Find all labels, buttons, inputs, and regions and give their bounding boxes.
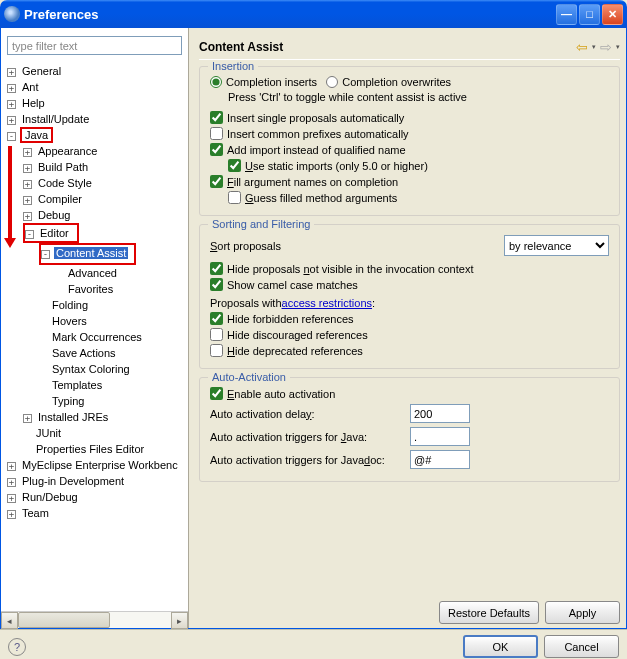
tree-item-compiler[interactable]: Compiler bbox=[36, 193, 84, 205]
back-menu-icon[interactable]: ▾ bbox=[592, 43, 596, 51]
expand-icon[interactable]: + bbox=[23, 164, 32, 173]
group-legend: Auto-Activation bbox=[208, 371, 290, 383]
tree-item-markocc[interactable]: Mark Occurrences bbox=[50, 331, 144, 343]
tree-item-templates[interactable]: Templates bbox=[50, 379, 104, 391]
scroll-left-icon[interactable]: ◂ bbox=[1, 612, 18, 629]
tree-item-propfiles[interactable]: Properties Files Editor bbox=[34, 443, 146, 455]
add-import-checkbox[interactable] bbox=[210, 143, 223, 156]
hide-forbidden-checkbox[interactable] bbox=[210, 312, 223, 325]
tree-item-typing[interactable]: Typing bbox=[50, 395, 86, 407]
expand-icon[interactable]: + bbox=[7, 478, 16, 487]
proposals-text: Proposals with bbox=[210, 297, 282, 309]
group-legend: Sorting and Filtering bbox=[208, 218, 314, 230]
completion-overwrites-radio[interactable] bbox=[326, 76, 338, 88]
expand-icon[interactable]: + bbox=[7, 84, 16, 93]
delay-input[interactable] bbox=[410, 404, 470, 423]
tree-item-help[interactable]: Help bbox=[20, 97, 47, 109]
collapse-icon[interactable]: - bbox=[41, 250, 50, 259]
tree-item-team[interactable]: Team bbox=[20, 507, 51, 519]
hide-invocation-checkbox[interactable] bbox=[210, 262, 223, 275]
close-button[interactable]: ✕ bbox=[602, 4, 623, 25]
forward-menu-icon[interactable]: ▾ bbox=[616, 43, 620, 51]
hide-discouraged-checkbox[interactable] bbox=[210, 328, 223, 341]
expand-icon[interactable]: + bbox=[7, 494, 16, 503]
checkbox-label: Add import instead of qualified name bbox=[227, 144, 406, 156]
tree-item-ant[interactable]: Ant bbox=[20, 81, 41, 93]
preferences-tree[interactable]: +General +Ant +Help +Install/Update -Jav… bbox=[1, 61, 188, 611]
tree-item-java[interactable]: Java bbox=[23, 129, 50, 141]
horizontal-scrollbar[interactable]: ◂ ▸ bbox=[1, 611, 188, 628]
restore-defaults-button[interactable]: Restore Defaults bbox=[439, 601, 539, 624]
maximize-button[interactable]: □ bbox=[579, 4, 600, 25]
tree-item-appearance[interactable]: Appearance bbox=[36, 145, 99, 157]
back-icon[interactable]: ⇦ bbox=[574, 39, 590, 55]
insert-single-checkbox[interactable] bbox=[210, 111, 223, 124]
fill-args-checkbox[interactable] bbox=[210, 175, 223, 188]
footer: ? OK Cancel bbox=[0, 629, 627, 659]
tree-item-plugin[interactable]: Plug-in Development bbox=[20, 475, 126, 487]
collapse-icon[interactable]: - bbox=[25, 230, 34, 239]
camel-case-checkbox[interactable] bbox=[210, 278, 223, 291]
expand-icon[interactable]: + bbox=[23, 196, 32, 205]
apply-button[interactable]: Apply bbox=[545, 601, 620, 624]
tree-item-folding[interactable]: Folding bbox=[50, 299, 90, 311]
java-triggers-label: Auto activation triggers for Java: bbox=[210, 431, 410, 443]
tree-item-contentassist[interactable]: Content Assist bbox=[54, 247, 128, 259]
tree-item-advanced[interactable]: Advanced bbox=[66, 267, 119, 279]
tree-item-hovers[interactable]: Hovers bbox=[50, 315, 89, 327]
checkbox-label: Hide deprecated references bbox=[227, 345, 363, 357]
checkbox-label: Insert common prefixes automatically bbox=[227, 128, 409, 140]
expand-icon[interactable]: + bbox=[23, 212, 32, 221]
checkbox-label: Insert single proposals automatically bbox=[227, 112, 404, 124]
tree-item-rundebug[interactable]: Run/Debug bbox=[20, 491, 80, 503]
access-restrictions-link[interactable]: access restrictions bbox=[282, 297, 372, 309]
tree-item-saveactions[interactable]: Save Actions bbox=[50, 347, 118, 359]
static-imports-checkbox[interactable] bbox=[228, 159, 241, 172]
tree-item-codestyle[interactable]: Code Style bbox=[36, 177, 94, 189]
tree-item-editor[interactable]: Editor bbox=[38, 227, 71, 239]
tree-item-installedjres[interactable]: Installed JREs bbox=[36, 411, 110, 423]
expand-icon[interactable]: + bbox=[23, 148, 32, 157]
checkbox-label: Hide forbidden references bbox=[227, 313, 354, 325]
help-icon[interactable]: ? bbox=[8, 638, 26, 656]
titlebar: Preferences — □ ✕ bbox=[0, 0, 627, 28]
insertion-group: Insertion Completion inserts Completion … bbox=[199, 66, 620, 216]
cancel-button[interactable]: Cancel bbox=[544, 635, 619, 658]
minimize-button[interactable]: — bbox=[556, 4, 577, 25]
enable-autoactivation-checkbox[interactable] bbox=[210, 387, 223, 400]
filter-input[interactable] bbox=[7, 36, 182, 55]
radio-label: Completion overwrites bbox=[342, 76, 451, 88]
completion-inserts-radio[interactable] bbox=[210, 76, 222, 88]
tree-item-junit[interactable]: JUnit bbox=[34, 427, 63, 439]
expand-icon[interactable]: + bbox=[7, 116, 16, 125]
checkbox-label: Guess filled method arguments bbox=[245, 192, 397, 204]
scroll-thumb[interactable] bbox=[18, 612, 110, 628]
tree-item-debug[interactable]: Debug bbox=[36, 209, 72, 221]
expand-icon[interactable]: + bbox=[7, 510, 16, 519]
expand-icon[interactable]: + bbox=[23, 414, 32, 423]
ok-button[interactable]: OK bbox=[463, 635, 538, 658]
expand-icon[interactable]: + bbox=[7, 100, 16, 109]
scroll-right-icon[interactable]: ▸ bbox=[171, 612, 188, 629]
javadoc-triggers-input[interactable] bbox=[410, 450, 470, 469]
hide-deprecated-checkbox[interactable] bbox=[210, 344, 223, 357]
tree-item-install[interactable]: Install/Update bbox=[20, 113, 91, 125]
guess-args-checkbox[interactable] bbox=[228, 191, 241, 204]
tree-item-syntax[interactable]: Syntax Coloring bbox=[50, 363, 132, 375]
sort-proposals-select[interactable]: by relevance bbox=[504, 235, 609, 256]
app-icon bbox=[4, 6, 20, 22]
autoactivation-group: Auto-Activation Enable auto activation A… bbox=[199, 377, 620, 482]
sort-label: Sort proposals bbox=[210, 240, 504, 252]
tree-item-general[interactable]: General bbox=[20, 65, 63, 77]
expand-icon[interactable]: + bbox=[7, 462, 16, 471]
java-triggers-input[interactable] bbox=[410, 427, 470, 446]
tree-item-buildpath[interactable]: Build Path bbox=[36, 161, 90, 173]
insert-prefix-checkbox[interactable] bbox=[210, 127, 223, 140]
tree-item-favorites[interactable]: Favorites bbox=[66, 283, 115, 295]
checkbox-label: Enable auto activation bbox=[227, 388, 335, 400]
tree-item-myeclipse[interactable]: MyEclipse Enterprise Workbenc bbox=[20, 459, 180, 471]
expand-icon[interactable]: + bbox=[7, 68, 16, 77]
expand-icon[interactable]: + bbox=[23, 180, 32, 189]
collapse-icon[interactable]: - bbox=[7, 132, 16, 141]
hint-text: Press 'Ctrl' to toggle while content ass… bbox=[228, 91, 467, 103]
